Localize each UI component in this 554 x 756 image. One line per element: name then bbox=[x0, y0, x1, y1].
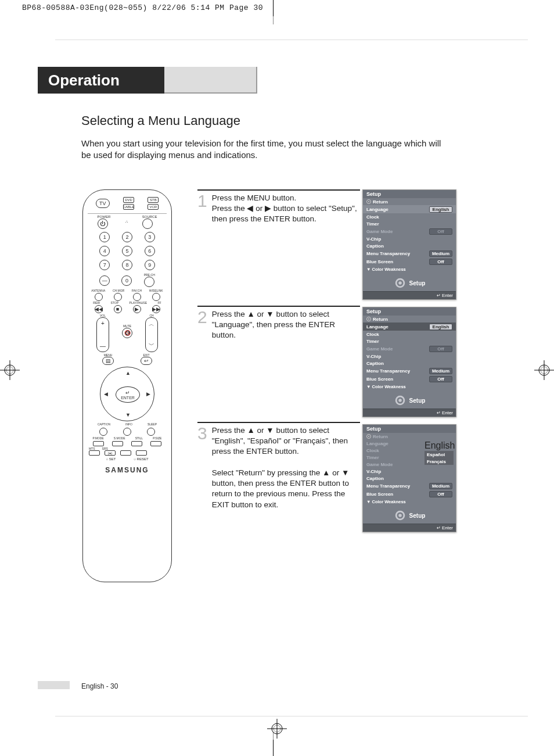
step-number: 1 bbox=[197, 193, 207, 306]
page-subtitle: Selecting a Menu Language bbox=[81, 113, 240, 128]
key-4: 4 bbox=[99, 246, 110, 256]
timer-row: Timer bbox=[363, 338, 456, 345]
game-value: Off bbox=[429, 346, 452, 352]
sleep-button bbox=[147, 428, 155, 436]
key-8: 8 bbox=[122, 260, 132, 270]
psize-label: P.SIZE bbox=[153, 437, 161, 440]
registration-mark-right bbox=[534, 360, 554, 380]
vol-down: — bbox=[100, 343, 106, 349]
prech-label: PRE-CH bbox=[144, 274, 155, 277]
step-2: 2 Press the ▲ or ▼ button to select "Lan… bbox=[197, 306, 360, 422]
cable-button: CABLE bbox=[123, 204, 134, 210]
ff-label: FF bbox=[158, 302, 161, 304]
power-label: POWER bbox=[98, 215, 111, 218]
blue-screen-row: Blue ScreenOff bbox=[363, 375, 456, 383]
language-value: English bbox=[429, 324, 452, 330]
return-row: Return bbox=[363, 316, 456, 323]
set-label: SET bbox=[109, 457, 116, 461]
game-value: Off bbox=[429, 228, 452, 235]
color-weakness-row: ▼ Color Weakness bbox=[363, 498, 456, 505]
menu-title: Setup bbox=[363, 425, 456, 433]
color-weakness-row: ▼ Color Weakness bbox=[363, 266, 456, 273]
menu-title: Setup bbox=[363, 307, 456, 316]
enter-button: ↵ENTER bbox=[116, 386, 140, 403]
timer-row: Timer bbox=[363, 220, 456, 227]
crop-guide bbox=[55, 40, 528, 40]
exit-label: EXIT bbox=[141, 354, 152, 357]
mts-button bbox=[89, 450, 100, 456]
registration-mark-bottom bbox=[267, 719, 287, 739]
blank-button-2 bbox=[136, 450, 147, 456]
enter-hint: ↵ Enter bbox=[363, 524, 456, 532]
vchip-row: V-Chip bbox=[363, 468, 456, 475]
section-title-shadow bbox=[164, 67, 257, 94]
exit-button: ↩ bbox=[141, 357, 152, 365]
favch-button bbox=[133, 293, 141, 301]
section-title: Operation bbox=[38, 67, 164, 94]
gear-icon bbox=[394, 509, 406, 522]
setup-menu-2: Setup Return LanguageEnglish Clock Timer… bbox=[362, 307, 456, 417]
language-value: English bbox=[429, 206, 452, 213]
blue-value: Off bbox=[429, 259, 452, 265]
menu-footer: Setup ↵ Enter bbox=[363, 505, 456, 532]
ff-button: ▶▶ bbox=[152, 305, 160, 313]
key-6: 6 bbox=[145, 246, 155, 256]
page-footer-bar bbox=[38, 681, 70, 689]
stop-button: ■ bbox=[114, 305, 122, 313]
menu-label: MENU bbox=[102, 354, 114, 357]
lang-option-francais: Français bbox=[425, 458, 454, 465]
psize-button bbox=[150, 441, 161, 446]
setup-menu-1: Setup Return LanguageEnglish Clock Timer… bbox=[362, 189, 456, 300]
vchip-row: V-Chip bbox=[363, 353, 456, 360]
remote-control-diagram: TV DVD CABLE STB VCR POWER⏻ ∴ SOURCE 123… bbox=[82, 189, 172, 582]
vchip-row: V-Chip bbox=[363, 235, 456, 242]
dpad-right: ▶ bbox=[146, 391, 150, 397]
crop-guide bbox=[55, 716, 528, 716]
return-icon bbox=[366, 317, 371, 321]
reset-label: RESET bbox=[137, 457, 149, 461]
source-label: SOURCE bbox=[142, 215, 157, 218]
still-label: STILL bbox=[135, 437, 143, 440]
step-text: Press the ▲ or ▼ button to select "Engli… bbox=[212, 425, 360, 510]
crop-mark bbox=[273, 16, 274, 24]
dvd-button: DVD bbox=[123, 197, 134, 203]
caption-row: Caption bbox=[363, 242, 456, 249]
print-header: BP68-00588A-03Eng(028~055) 8/22/06 5:14 … bbox=[22, 3, 263, 12]
source-button bbox=[142, 218, 153, 229]
crop-mark bbox=[273, 0, 274, 16]
dpad-left: ◀ bbox=[104, 391, 108, 397]
vol-up: + bbox=[101, 320, 105, 327]
power-button: ⏻ bbox=[98, 218, 108, 229]
dpad: ▲ ◀ ▶ ▼ ↵ENTER bbox=[100, 367, 154, 421]
color-weakness-row: ▼ Color Weakness bbox=[363, 383, 456, 390]
transp-value: Medium bbox=[429, 483, 452, 489]
page-footer: English - 30 bbox=[81, 682, 118, 690]
dpad-down: ▼ bbox=[125, 412, 131, 418]
smode-label: S.MODE bbox=[114, 437, 125, 440]
srs-button: (●) bbox=[105, 450, 116, 456]
mute-button: 🔇 bbox=[122, 328, 132, 338]
key-5: 5 bbox=[122, 246, 132, 256]
rew-label: REW bbox=[93, 302, 100, 304]
wiselink-label: WISELINK bbox=[149, 289, 163, 292]
stop-label: STOP bbox=[111, 302, 119, 304]
intro-text: When you start using your television for… bbox=[81, 138, 453, 162]
transparency-row: Menu TransparencyMedium bbox=[363, 482, 456, 490]
menu-footer: Setup ↵ Enter bbox=[363, 273, 456, 299]
chmgr-button bbox=[114, 293, 122, 301]
language-dropdown: English Español Français bbox=[425, 440, 454, 465]
step-number: 3 bbox=[197, 425, 207, 510]
caption-button bbox=[99, 428, 107, 436]
menu-screenshots-column: Setup Return LanguageEnglish Clock Timer… bbox=[362, 189, 456, 533]
transp-value: Medium bbox=[429, 250, 452, 257]
favch-label: FAV.CH bbox=[132, 289, 142, 292]
key-1: 1 bbox=[99, 232, 110, 242]
antenna-label: ANTENNA bbox=[91, 289, 105, 292]
return-icon bbox=[366, 199, 371, 204]
return-row: Return bbox=[363, 433, 456, 440]
caption-row: Caption bbox=[363, 475, 456, 482]
menu-title: Setup bbox=[363, 190, 456, 198]
sleep-label: SLEEP bbox=[148, 423, 157, 426]
transparency-row: Menu TransparencyMedium bbox=[363, 249, 456, 257]
step-3: 3 Press the ▲ or ▼ button to select "Eng… bbox=[197, 422, 360, 510]
